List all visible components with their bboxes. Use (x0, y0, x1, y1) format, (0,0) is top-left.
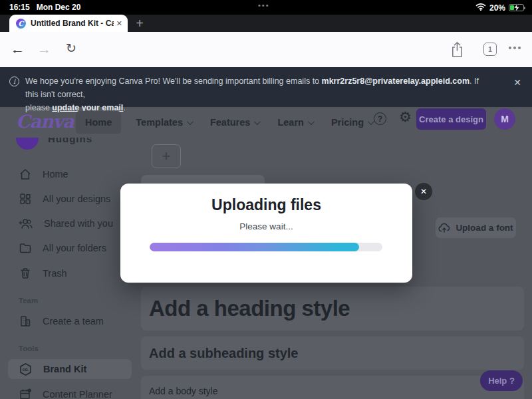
sidebar-item-label: Content Planner (43, 389, 112, 399)
shared-users-icon (19, 217, 33, 230)
add-body-style-row[interactable]: Add a body style (141, 376, 524, 399)
nav-features[interactable]: Features (201, 111, 268, 134)
home-icon (19, 168, 32, 181)
info-icon: i (9, 76, 19, 86)
ipad-safari-canva-screen: 16:15 Mon Dec 20 ••• 20% C Untitled Bran… (0, 0, 532, 399)
content-planner-icon (19, 388, 32, 399)
new-tab-button[interactable]: + (132, 15, 148, 31)
share-icon[interactable] (451, 42, 464, 61)
folder-icon (19, 241, 32, 255)
svg-text:co.: co. (23, 367, 29, 372)
help-icon[interactable]: ? (374, 112, 386, 125)
body-style-text: Add a body style (149, 386, 218, 396)
subheading-style-text: Add a subheading style (149, 346, 298, 361)
active-tab[interactable]: C Untitled Brand Kit - Canv ✕ (9, 15, 128, 32)
sidebar-item-all-your-folders[interactable]: All your folders (0, 238, 140, 258)
canva-logo[interactable]: Canva (16, 111, 74, 132)
banner-text-1: We hope you're enjoying Canva Pro! We'll… (25, 76, 322, 86)
sidebar-item-all-your-designs[interactable]: All your designs (0, 189, 140, 209)
tab-close-icon[interactable]: ✕ (116, 19, 122, 28)
nav-pricing[interactable]: Pricing (322, 111, 382, 134)
team-building-icon (19, 315, 32, 328)
sidebar-item-label: All your designs (43, 194, 110, 204)
create-design-button[interactable]: Create a design (416, 108, 486, 130)
sidebar-item-content-planner[interactable]: Content Planner (0, 384, 140, 399)
nav-learn[interactable]: Learn (268, 111, 322, 134)
sidebar-item-home[interactable]: Home (0, 164, 140, 184)
gear-icon[interactable]: ⚙ (399, 109, 412, 125)
multitask-dots: ••• (258, 1, 270, 9)
nav-features-label: Features (210, 117, 250, 128)
sidebar-item-label: Trash (43, 268, 67, 279)
more-options-button[interactable] (509, 47, 521, 49)
upload-progress-fill (150, 243, 359, 251)
tab-title: Untitled Brand Kit - Canv (31, 19, 114, 28)
team-section-label: Team (19, 297, 38, 305)
sidebar-item-create-a-team[interactable]: Create a team (0, 311, 140, 331)
sidebar-item-label: Shared with you (44, 218, 113, 229)
upload-font-label: Upload a font (456, 223, 513, 233)
chevron-down-icon (254, 118, 261, 125)
brand-kit-icon: co. (19, 362, 33, 376)
clock: 16:15 (9, 3, 30, 12)
nav-home[interactable]: Home (76, 111, 121, 134)
user-name: Hudgins (48, 138, 92, 144)
user-profile-row[interactable]: Hudgins (16, 138, 92, 150)
main-nav: Home Templates Features Learn Pricing (76, 110, 382, 134)
user-avatar (16, 138, 39, 150)
designs-grid-icon (19, 192, 32, 205)
billing-banner: i We hope you're enjoying Canva Pro! We'… (0, 67, 532, 107)
sidebar-item-trash[interactable]: Trash (0, 263, 140, 283)
battery-icon (509, 4, 524, 11)
heading-style-text: Add a heading style (149, 296, 350, 321)
charging-bolt-icon (514, 4, 519, 11)
sidebar-item-label: All your folders (43, 243, 106, 253)
add-subheading-style-row[interactable]: Add a subheading style (141, 336, 524, 370)
sidebar-item-label: Home (43, 169, 68, 180)
status-bar: 16:15 Mon Dec 20 ••• 20% (0, 0, 532, 15)
sidebar-item-shared-with-you[interactable]: Shared with you (0, 213, 140, 233)
modal-title: Uploading files (120, 196, 412, 214)
add-color-tile[interactable]: + (152, 144, 181, 168)
sidebar-item-label: Create a team (43, 316, 104, 327)
canva-favicon-icon: C (16, 19, 26, 29)
back-button[interactable]: ← (11, 41, 25, 58)
battery-percent: 20% (489, 3, 505, 13)
banner-close-icon[interactable]: ✕ (513, 77, 521, 88)
close-icon: ✕ (420, 187, 427, 196)
chevron-down-icon (308, 118, 315, 125)
browser-toolbar: ← → ↻ canva.com 1 (0, 32, 532, 67)
upload-font-button[interactable]: Upload a font (436, 217, 516, 238)
nav-pricing-label: Pricing (331, 117, 364, 128)
date: Mon Dec 20 (37, 3, 81, 12)
nav-learn-label: Learn (277, 117, 304, 128)
canva-header: Canva Home Templates Features Learn Pric… (0, 107, 532, 138)
tab-bar: C Untitled Brand Kit - Canv ✕ + (0, 15, 532, 32)
tools-section-label: Tools (19, 344, 39, 352)
sidebar-item-brand-kit[interactable]: co. Brand Kit (0, 359, 140, 379)
sidebar-item-label: Brand Kit (43, 364, 86, 374)
tab-switcher-button[interactable]: 1 (483, 43, 497, 56)
help-button[interactable]: Help ? (480, 370, 523, 391)
nav-templates-label: Templates (136, 117, 183, 128)
cloud-upload-icon (438, 223, 450, 233)
nav-home-label: Home (85, 117, 112, 128)
modal-close-button[interactable]: ✕ (415, 183, 432, 200)
add-heading-style-row[interactable]: Add a heading style (141, 287, 524, 331)
modal-subtitle: Please wait... (120, 221, 412, 231)
uploading-files-modal: Uploading files Please wait... (120, 184, 412, 283)
upload-progress-bar (150, 243, 382, 251)
forward-button[interactable]: → (37, 41, 51, 58)
banner-email: mkrr2rz5r8@privaterelay.appleid.com (322, 76, 469, 86)
wifi-icon (475, 3, 486, 13)
nav-templates[interactable]: Templates (126, 111, 201, 134)
account-avatar[interactable]: M (494, 108, 515, 130)
chevron-down-icon (187, 118, 194, 125)
sidebar: Hudgins Home All your designs Shared wit… (0, 138, 140, 399)
trash-icon (19, 267, 32, 280)
reload-button[interactable]: ↻ (66, 41, 76, 56)
